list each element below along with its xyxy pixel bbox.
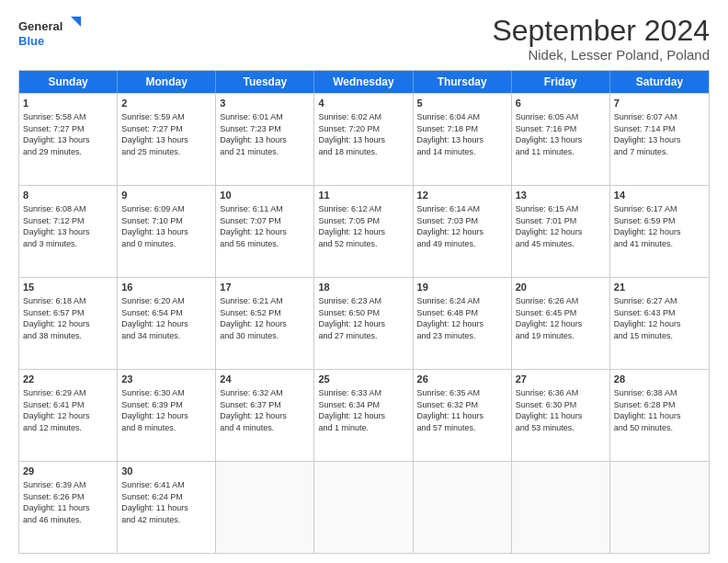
day-number: 5: [417, 97, 507, 110]
cal-cell-empty: [610, 462, 709, 553]
calendar-header-row: SundayMondayTuesdayWednesdayThursdayFrid…: [19, 71, 709, 93]
cell-info: Sunrise: 6:14 AM Sunset: 7:03 PM Dayligh…: [417, 203, 507, 249]
cal-cell-day-9: 9Sunrise: 6:09 AM Sunset: 7:10 PM Daylig…: [118, 186, 216, 277]
cell-info: Sunrise: 6:41 AM Sunset: 6:24 PM Dayligh…: [121, 479, 211, 525]
cal-cell-day-4: 4Sunrise: 6:02 AM Sunset: 7:20 PM Daylig…: [314, 94, 413, 185]
day-number: 12: [417, 189, 507, 202]
cal-cell-day-14: 14Sunrise: 6:17 AM Sunset: 6:59 PM Dayli…: [610, 186, 709, 277]
cell-info: Sunrise: 6:20 AM Sunset: 6:54 PM Dayligh…: [121, 295, 211, 341]
day-number: 28: [614, 373, 705, 386]
header-cell-friday: Friday: [512, 71, 610, 93]
cal-cell-day-28: 28Sunrise: 6:38 AM Sunset: 6:28 PM Dayli…: [610, 370, 709, 461]
cal-cell-day-26: 26Sunrise: 6:35 AM Sunset: 6:32 PM Dayli…: [414, 370, 512, 461]
cell-info: Sunrise: 6:35 AM Sunset: 6:32 PM Dayligh…: [417, 387, 507, 433]
svg-text:Blue: Blue: [18, 34, 44, 48]
day-number: 29: [23, 465, 113, 478]
day-number: 13: [516, 189, 606, 202]
cal-cell-day-6: 6Sunrise: 6:05 AM Sunset: 7:16 PM Daylig…: [512, 94, 610, 185]
cell-info: Sunrise: 6:04 AM Sunset: 7:18 PM Dayligh…: [417, 111, 507, 157]
day-number: 11: [318, 189, 408, 202]
cal-cell-day-21: 21Sunrise: 6:27 AM Sunset: 6:43 PM Dayli…: [610, 278, 709, 369]
cal-cell-day-5: 5Sunrise: 6:04 AM Sunset: 7:18 PM Daylig…: [414, 94, 512, 185]
cal-cell-day-23: 23Sunrise: 6:30 AM Sunset: 6:39 PM Dayli…: [118, 370, 216, 461]
cell-info: Sunrise: 6:32 AM Sunset: 6:37 PM Dayligh…: [220, 387, 310, 433]
cal-cell-day-30: 30Sunrise: 6:41 AM Sunset: 6:24 PM Dayli…: [118, 462, 216, 553]
day-number: 20: [516, 281, 606, 294]
day-number: 27: [516, 373, 606, 386]
cal-cell-day-2: 2Sunrise: 5:59 AM Sunset: 7:27 PM Daylig…: [118, 94, 216, 185]
cal-cell-day-20: 20Sunrise: 6:26 AM Sunset: 6:45 PM Dayli…: [512, 278, 610, 369]
day-number: 21: [614, 281, 705, 294]
cal-cell-day-7: 7Sunrise: 6:07 AM Sunset: 7:14 PM Daylig…: [610, 94, 709, 185]
cell-info: Sunrise: 6:33 AM Sunset: 6:34 PM Dayligh…: [318, 387, 408, 433]
day-number: 4: [318, 97, 408, 110]
cell-info: Sunrise: 6:36 AM Sunset: 6:30 PM Dayligh…: [516, 387, 606, 433]
day-number: 8: [23, 189, 113, 202]
header-cell-saturday: Saturday: [610, 71, 709, 93]
cell-info: Sunrise: 6:09 AM Sunset: 7:10 PM Dayligh…: [121, 203, 211, 249]
header: General Blue September 2024 Nidek, Lesse…: [18, 15, 710, 63]
day-number: 14: [614, 189, 705, 202]
cal-row-3: 22Sunrise: 6:29 AM Sunset: 6:41 PM Dayli…: [19, 369, 709, 461]
cell-info: Sunrise: 6:23 AM Sunset: 6:50 PM Dayligh…: [318, 295, 408, 341]
cell-info: Sunrise: 5:59 AM Sunset: 7:27 PM Dayligh…: [121, 111, 211, 157]
cal-cell-day-15: 15Sunrise: 6:18 AM Sunset: 6:57 PM Dayli…: [19, 278, 118, 369]
cal-cell-empty: [216, 462, 314, 553]
cal-cell-day-27: 27Sunrise: 6:36 AM Sunset: 6:30 PM Dayli…: [512, 370, 610, 461]
cal-row-1: 8Sunrise: 6:08 AM Sunset: 7:12 PM Daylig…: [19, 185, 709, 277]
day-number: 22: [23, 373, 113, 386]
day-number: 9: [121, 189, 211, 202]
cell-info: Sunrise: 6:24 AM Sunset: 6:48 PM Dayligh…: [417, 295, 507, 341]
calendar-body: 1Sunrise: 5:58 AM Sunset: 7:27 PM Daylig…: [19, 93, 709, 553]
cal-row-4: 29Sunrise: 6:39 AM Sunset: 6:26 PM Dayli…: [19, 461, 709, 553]
cell-info: Sunrise: 6:15 AM Sunset: 7:01 PM Dayligh…: [516, 203, 606, 249]
header-cell-thursday: Thursday: [414, 71, 512, 93]
cell-info: Sunrise: 6:26 AM Sunset: 6:45 PM Dayligh…: [516, 295, 606, 341]
header-cell-tuesday: Tuesday: [216, 71, 314, 93]
cal-cell-day-25: 25Sunrise: 6:33 AM Sunset: 6:34 PM Dayli…: [314, 370, 413, 461]
day-number: 16: [121, 281, 211, 294]
day-number: 23: [121, 373, 211, 386]
cal-cell-empty: [314, 462, 413, 553]
cell-info: Sunrise: 6:27 AM Sunset: 6:43 PM Dayligh…: [614, 295, 705, 341]
cell-info: Sunrise: 6:38 AM Sunset: 6:28 PM Dayligh…: [614, 387, 705, 433]
day-number: 17: [220, 281, 310, 294]
day-number: 19: [417, 281, 507, 294]
cell-info: Sunrise: 6:12 AM Sunset: 7:05 PM Dayligh…: [318, 203, 408, 249]
cal-cell-day-13: 13Sunrise: 6:15 AM Sunset: 7:01 PM Dayli…: [512, 186, 610, 277]
cal-cell-empty: [512, 462, 610, 553]
day-number: 24: [220, 373, 310, 386]
day-number: 18: [318, 281, 408, 294]
cell-info: Sunrise: 6:29 AM Sunset: 6:41 PM Dayligh…: [23, 387, 113, 433]
logo: General Blue: [18, 15, 83, 52]
cal-row-0: 1Sunrise: 5:58 AM Sunset: 7:27 PM Daylig…: [19, 93, 709, 185]
day-number: 3: [220, 97, 310, 110]
svg-marker-2: [71, 17, 81, 27]
cell-info: Sunrise: 6:21 AM Sunset: 6:52 PM Dayligh…: [220, 295, 310, 341]
page-title: September 2024: [492, 15, 710, 47]
logo-svg: General Blue: [18, 15, 83, 52]
cal-cell-day-8: 8Sunrise: 6:08 AM Sunset: 7:12 PM Daylig…: [19, 186, 118, 277]
cell-info: Sunrise: 6:39 AM Sunset: 6:26 PM Dayligh…: [23, 479, 113, 525]
title-block: September 2024 Nidek, Lesser Poland, Pol…: [492, 15, 710, 63]
day-number: 7: [614, 97, 705, 110]
cell-info: Sunrise: 6:05 AM Sunset: 7:16 PM Dayligh…: [516, 111, 606, 157]
header-cell-sunday: Sunday: [19, 71, 118, 93]
cal-cell-day-24: 24Sunrise: 6:32 AM Sunset: 6:37 PM Dayli…: [216, 370, 314, 461]
header-cell-monday: Monday: [118, 71, 216, 93]
day-number: 1: [23, 97, 113, 110]
cell-info: Sunrise: 6:11 AM Sunset: 7:07 PM Dayligh…: [220, 203, 310, 249]
cell-info: Sunrise: 6:17 AM Sunset: 6:59 PM Dayligh…: [614, 203, 705, 249]
cal-cell-day-11: 11Sunrise: 6:12 AM Sunset: 7:05 PM Dayli…: [314, 186, 413, 277]
cal-cell-day-10: 10Sunrise: 6:11 AM Sunset: 7:07 PM Dayli…: [216, 186, 314, 277]
cal-cell-empty: [414, 462, 512, 553]
cell-info: Sunrise: 6:02 AM Sunset: 7:20 PM Dayligh…: [318, 111, 408, 157]
cell-info: Sunrise: 6:08 AM Sunset: 7:12 PM Dayligh…: [23, 203, 113, 249]
page-subtitle: Nidek, Lesser Poland, Poland: [492, 47, 710, 63]
day-number: 26: [417, 373, 507, 386]
cal-cell-day-19: 19Sunrise: 6:24 AM Sunset: 6:48 PM Dayli…: [414, 278, 512, 369]
page: General Blue September 2024 Nidek, Lesse…: [0, 0, 728, 563]
day-number: 25: [318, 373, 408, 386]
cal-cell-day-12: 12Sunrise: 6:14 AM Sunset: 7:03 PM Dayli…: [414, 186, 512, 277]
cal-cell-day-17: 17Sunrise: 6:21 AM Sunset: 6:52 PM Dayli…: [216, 278, 314, 369]
